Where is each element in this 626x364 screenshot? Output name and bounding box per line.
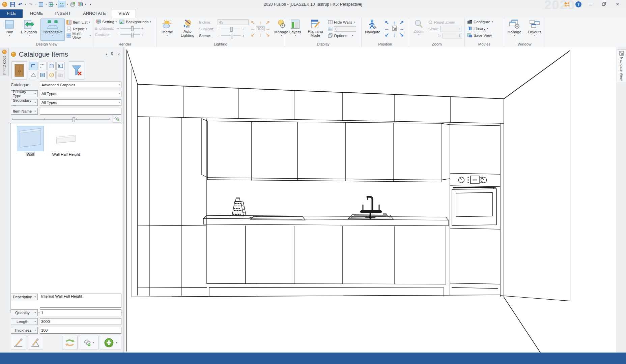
position-w[interactable]: ← [385,26,390,31]
tab-annotate[interactable]: ANNOTATE [77,9,112,18]
add-item-button[interactable]: ▾ [100,336,121,350]
scene-plus[interactable]: + [242,34,245,38]
light-dir-sw[interactable]: ↙ [251,32,255,37]
tab-view[interactable]: VIEW [112,9,136,18]
pin-icon[interactable] [110,52,114,57]
contrast-plus[interactable]: + [141,33,144,37]
display-settings-dropdown[interactable]: ▾ [85,3,86,6]
brightness-minus[interactable]: − [117,26,119,30]
sunlight-slider[interactable] [221,29,241,29]
elevation-view-quick-button[interactable] [48,1,55,8]
opening-tool-button[interactable] [38,71,47,79]
panel-menu-dropdown[interactable]: ▾ [106,53,107,56]
hide-walls-dropdown[interactable]: ▾ [354,21,355,24]
link-search-button[interactable] [113,115,121,123]
sound-tool-button[interactable] [47,71,56,79]
item-name-button[interactable]: Item Name▾ [11,108,38,115]
light-dir-se[interactable]: ↘ [266,32,270,37]
design-canvas[interactable] [125,47,616,353]
movies-configure-button[interactable]: Configure▾ [466,19,494,25]
dimension-tool-button[interactable] [38,62,47,70]
lighting-manage-dropdown[interactable]: ▾ [281,34,282,37]
backgrounds-button[interactable]: Backgrounds▾ [118,19,152,25]
position-ne[interactable]: ↗ [400,20,404,25]
undo-dropdown[interactable]: ▾ [25,3,26,6]
customize-toolbar-button[interactable]: ▾ [87,1,94,8]
navigate-view-tab[interactable]: Navigate View [617,49,626,82]
list-item-wall[interactable]: Wall [16,126,45,156]
incline-input[interactable] [218,19,249,25]
position-nw[interactable]: ↖ [385,20,389,25]
theme-button[interactable]: Theme ▾ [158,19,176,41]
close-button[interactable]: × [613,1,622,7]
ratio-input[interactable] [443,33,462,38]
position-n[interactable]: ↑ [393,20,396,25]
window-manage-dropdown[interactable]: ▾ [514,34,515,37]
sunlight-plus[interactable]: + [242,27,245,31]
tab-file[interactable]: FILE [0,9,23,18]
multi-view-button[interactable]: Multi-View▾ [65,32,92,39]
thumbnail-size-slider[interactable] [12,119,109,120]
item-name-input[interactable] [40,108,121,115]
length-button[interactable]: Length▾ [11,318,38,325]
door-tool-button[interactable] [47,62,56,70]
window-manage-button[interactable]: Manage ▾ [505,19,523,41]
link-add-button[interactable]: ▾ [79,336,98,350]
report-dropdown[interactable]: ▾ [86,28,87,30]
library-dropdown[interactable]: ▾ [487,27,488,30]
light-dir-nw[interactable]: ↖ [251,20,255,25]
draw-wall-button[interactable] [11,336,26,350]
layers-dropdown[interactable]: ▾ [295,34,296,37]
configure-dropdown[interactable]: ▾ [492,21,493,23]
elevation-dropdown[interactable]: ▾ [29,34,30,37]
quantity-button[interactable]: Quantity▾ [11,309,38,316]
secondary-type-button[interactable]: Secondary ...▾ [11,99,38,106]
layouts-dropdown[interactable]: ▾ [534,34,536,37]
redo-button[interactable]: ↷ [27,1,34,8]
length-input[interactable] [40,318,121,325]
contrast-slider[interactable] [120,34,140,35]
display-settings-button[interactable] [77,1,84,8]
item-list-button[interactable]: Item List▾ [65,19,92,25]
list-item-wall-half-height[interactable]: Wall Half Height [48,126,84,156]
setting-dropdown[interactable]: ▾ [116,21,117,23]
scene-slider[interactable] [221,35,241,36]
sunlight-minus[interactable]: − [218,27,220,31]
redo-dropdown[interactable]: ▾ [35,3,37,6]
save-button[interactable] [9,1,16,8]
report-button[interactable]: Report▾ [65,26,92,32]
item-list-dropdown[interactable]: ▾ [89,21,90,24]
description-button[interactable]: Description▾ [11,294,38,300]
render-setting-button[interactable]: Setting▾ [95,19,118,25]
light-dir-s[interactable]: ↓ [259,32,262,37]
undo-button[interactable]: ↶ [17,1,24,8]
plan-view-quick-button[interactable] [37,1,44,8]
primary-type-button[interactable]: Primary Type▾ [11,90,38,97]
scale-select[interactable]: ▾ [440,26,461,32]
light-dir-ne[interactable]: ↗ [266,20,270,25]
add-item-dropdown[interactable]: ▾ [116,341,117,344]
layouts-button[interactable]: Layouts ▾ [525,19,544,41]
plan-dropdown[interactable]: ▾ [9,34,10,37]
app-logo-icon[interactable] [1,1,8,8]
link-add-dropdown[interactable]: ▾ [93,341,94,344]
perspective-quick-dropdown[interactable]: ▾ [67,3,68,6]
light-dir-w[interactable]: ← [251,26,256,31]
position-se[interactable]: ↘ [400,32,404,37]
description-input[interactable]: Internal Wall Full Height [40,294,121,308]
position-s[interactable]: ↓ [393,32,396,37]
clear-filter-button[interactable] [69,61,84,80]
options-dropdown[interactable]: ▾ [352,34,353,37]
roof-tool-button[interactable] [29,71,37,79]
backgrounds-dropdown[interactable]: ▾ [150,21,151,23]
restore-button[interactable] [600,2,608,7]
draw-angled-wall-button[interactable] [28,336,43,350]
elevation-quick-dropdown[interactable]: ▾ [56,3,57,6]
display-options-button[interactable]: Options▾ [327,32,357,39]
reset-zoom-button[interactable]: Reset Zoom [427,19,462,25]
light-dir-e[interactable]: → [265,26,271,31]
wall-tool-button[interactable] [29,62,37,70]
hide-walls-button[interactable]: Hide Walls▾ [327,19,357,25]
collaboration-people-icon[interactable] [563,2,571,7]
help-icon[interactable]: ? [575,1,581,7]
